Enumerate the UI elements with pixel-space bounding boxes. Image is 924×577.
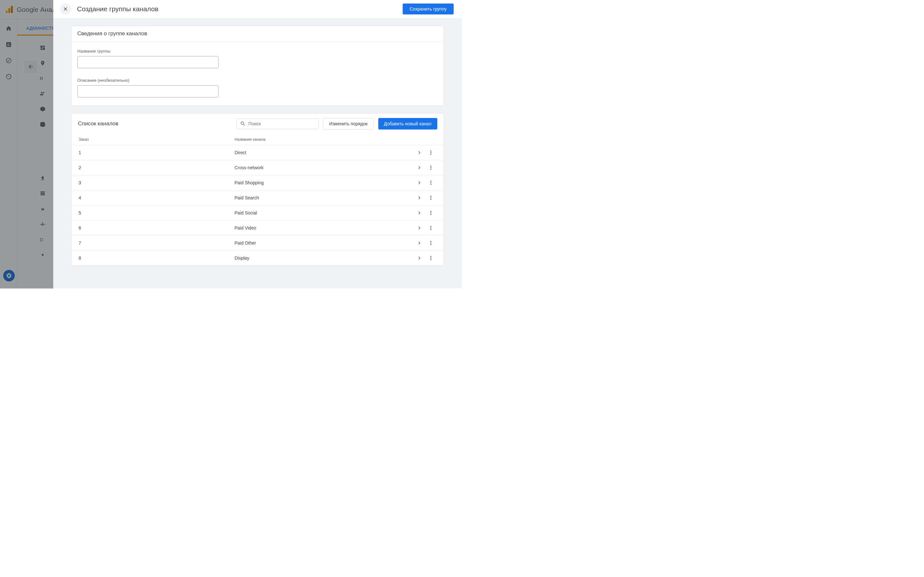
channel-order: 4 [79, 195, 234, 200]
channel-search-box[interactable] [236, 118, 318, 129]
expand-channel-button[interactable] [414, 225, 425, 231]
channel-rows-container: 1 Direct 2 Cross-network 3 Paid Shopping… [71, 145, 444, 266]
channel-more-menu[interactable] [425, 149, 437, 156]
chevron-right-icon [416, 225, 423, 231]
column-name: Название канала [234, 137, 437, 142]
channel-more-menu[interactable] [425, 240, 437, 246]
channel-table-head: Заказ Название канала [71, 134, 444, 145]
channel-name: Paid Other [234, 240, 414, 245]
channel-order: 2 [79, 165, 234, 170]
more-vert-icon [428, 225, 434, 231]
group-name-label: Название группы [78, 49, 438, 53]
chevron-right-icon [416, 164, 423, 171]
channel-name: Paid Search [234, 195, 414, 200]
search-icon [240, 121, 246, 127]
channel-group-details-card: Сведения о группе каналов Название групп… [71, 26, 444, 106]
more-vert-icon [428, 255, 434, 261]
channel-list-header: Список каналов Изменить порядок Добавить… [71, 113, 444, 134]
more-vert-icon [428, 195, 434, 201]
create-channel-group-modal: Создание группы каналов Сохранить группу… [53, 0, 462, 288]
more-vert-icon [428, 210, 434, 216]
chevron-right-icon [416, 195, 423, 201]
modal-title: Создание группы каналов [77, 5, 397, 13]
channel-list-card: Список каналов Изменить порядок Добавить… [71, 113, 444, 266]
expand-channel-button[interactable] [414, 179, 425, 186]
add-channel-button[interactable]: Добавить новый канал [378, 118, 437, 129]
close-button[interactable] [60, 3, 71, 15]
channel-name: Direct [234, 150, 414, 155]
modal-header: Создание группы каналов Сохранить группу [53, 0, 462, 18]
channel-more-menu[interactable] [425, 210, 437, 216]
column-order: Заказ [79, 137, 234, 142]
chevron-right-icon [416, 255, 423, 261]
channel-row[interactable]: 3 Paid Shopping [71, 175, 444, 190]
channel-order: 3 [79, 180, 234, 185]
channel-more-menu[interactable] [425, 195, 437, 201]
more-vert-icon [428, 240, 434, 246]
channel-order: 7 [79, 240, 234, 245]
channel-order: 1 [79, 150, 234, 155]
channel-list-heading: Список каналов [78, 121, 232, 127]
expand-channel-button[interactable] [414, 195, 425, 201]
chevron-right-icon [416, 210, 423, 216]
expand-channel-button[interactable] [414, 255, 425, 261]
channel-row[interactable]: 6 Paid Video [71, 221, 444, 235]
channel-row[interactable]: 5 Paid Social [71, 205, 444, 221]
expand-channel-button[interactable] [414, 240, 425, 246]
modal-body[interactable]: Сведения о группе каналов Название групп… [53, 18, 462, 288]
channel-more-menu[interactable] [425, 179, 437, 186]
channel-row[interactable]: 1 Direct [71, 145, 444, 160]
more-vert-icon [428, 149, 434, 156]
expand-channel-button[interactable] [414, 210, 425, 216]
channel-more-menu[interactable] [425, 225, 437, 231]
chevron-right-icon [416, 149, 423, 156]
channel-search-input[interactable] [248, 121, 315, 126]
expand-channel-button[interactable] [414, 164, 425, 171]
channel-name: Paid Video [234, 226, 414, 230]
close-icon [63, 6, 68, 12]
channel-row[interactable]: 7 Paid Other [71, 235, 444, 251]
more-vert-icon [428, 164, 434, 171]
channel-row[interactable]: 4 Paid Search [71, 190, 444, 205]
group-description-input[interactable] [78, 85, 218, 97]
channel-name: Display [234, 255, 414, 261]
reorder-button[interactable]: Изменить порядок [323, 118, 374, 129]
channel-name: Paid Social [234, 210, 414, 215]
channel-order: 8 [79, 255, 234, 261]
channel-more-menu[interactable] [425, 255, 437, 261]
channel-order: 6 [79, 226, 234, 230]
group-name-input[interactable] [78, 56, 218, 68]
expand-channel-button[interactable] [414, 149, 425, 156]
channel-row[interactable]: 8 Display [71, 251, 444, 266]
more-vert-icon [428, 179, 434, 186]
details-heading: Сведения о группе каналов [71, 26, 444, 42]
channel-row[interactable]: 2 Cross-network [71, 160, 444, 175]
channel-name: Cross-network [234, 165, 414, 170]
channel-order: 5 [79, 210, 234, 215]
channel-name: Paid Shopping [234, 180, 414, 185]
chevron-right-icon [416, 179, 423, 186]
save-group-button[interactable]: Сохранить группу [403, 3, 454, 15]
channel-more-menu[interactable] [425, 164, 437, 171]
group-description-label: Описание (необязательно) [78, 78, 438, 83]
chevron-right-icon [416, 240, 423, 246]
